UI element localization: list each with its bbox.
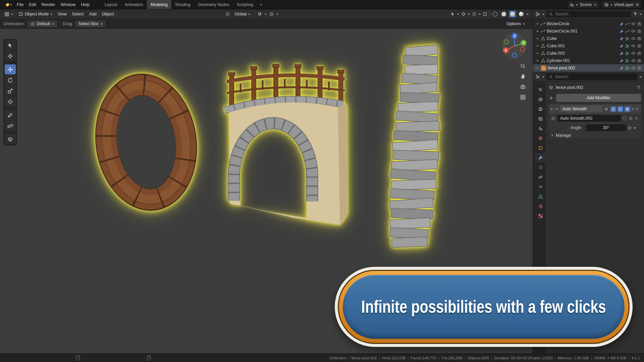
- blender-logo[interactable]: [3, 0, 14, 9]
- ortho-grid-icon[interactable]: [520, 94, 526, 100]
- add-workspace-button[interactable]: +: [257, 0, 265, 9]
- menu-object[interactable]: Object: [100, 11, 116, 17]
- outliner-row-cube-002[interactable]: Cube.002: [533, 50, 644, 57]
- tab-scene[interactable]: [535, 124, 546, 133]
- tab-modifiers[interactable]: [535, 153, 546, 162]
- menu-file[interactable]: File: [14, 0, 26, 9]
- outliner-row-cylinder-001[interactable]: Cylinder.001: [533, 57, 644, 64]
- modifier-wrench-icon[interactable]: [620, 22, 624, 26]
- properties-options-caret-icon[interactable]: [640, 76, 642, 79]
- editor-type-button[interactable]: [2, 11, 15, 17]
- object-stone-stack[interactable]: [389, 45, 439, 248]
- outliner-search[interactable]: [546, 11, 631, 17]
- node-group-field[interactable]: Auto Smooth.002: [557, 115, 621, 122]
- outliner-filter-icon[interactable]: [633, 12, 638, 16]
- workspace-tab-geometry-nodes[interactable]: Geometry Nodes: [194, 0, 233, 9]
- options-dropdown[interactable]: Options: [503, 20, 528, 27]
- shading-wireframe-button[interactable]: [492, 11, 498, 17]
- shading-caret-icon[interactable]: [527, 14, 529, 16]
- workspace-tab-shading[interactable]: Shading: [171, 0, 194, 9]
- render-camera-icon[interactable]: [637, 51, 642, 56]
- modifier-wrench-icon[interactable]: [620, 37, 624, 41]
- mode-dropdown[interactable]: Object Mode: [16, 11, 54, 17]
- modifier-wrench-icon[interactable]: [620, 66, 624, 70]
- modifier-expand-caret-icon[interactable]: [551, 109, 553, 111]
- outliner-editor-icon[interactable]: [535, 12, 540, 17]
- expand-icon[interactable]: [537, 38, 539, 40]
- expand-icon[interactable]: [537, 30, 539, 32]
- expand-icon[interactable]: [537, 60, 539, 62]
- properties-search-input[interactable]: [555, 74, 635, 79]
- pin-icon[interactable]: [636, 85, 641, 90]
- add-modifier-button[interactable]: Add Modifier: [556, 94, 641, 102]
- data-icon[interactable]: [625, 29, 630, 34]
- data-icon[interactable]: [625, 66, 630, 70]
- object-wood-ring[interactable]: [87, 67, 206, 218]
- tool-cursor[interactable]: [5, 51, 16, 61]
- hide-eye-icon[interactable]: [631, 29, 636, 34]
- outliner-filter-caret-icon[interactable]: [640, 14, 642, 16]
- workspace-tab-animation[interactable]: Animation: [121, 0, 147, 9]
- expand-icon[interactable]: [537, 67, 539, 69]
- render-camera-icon[interactable]: [637, 36, 642, 41]
- tool-rotate[interactable]: [5, 75, 16, 85]
- tab-tool[interactable]: [535, 85, 546, 94]
- proportional-editing-icon[interactable]: [269, 12, 274, 17]
- properties-editor-caret-icon[interactable]: [542, 76, 544, 79]
- xray-toggle-icon[interactable]: [483, 12, 487, 16]
- snap-caret-icon[interactable]: [265, 14, 267, 16]
- workspace-tab-modeling[interactable]: Modeling: [147, 0, 171, 9]
- transform-pivot-icon[interactable]: [225, 12, 230, 16]
- overlays-caret-icon[interactable]: [479, 14, 481, 16]
- workspace-tab-scripting[interactable]: Scripting: [233, 0, 257, 9]
- render-camera-icon[interactable]: [637, 44, 642, 48]
- render-camera-icon[interactable]: [637, 21, 642, 26]
- shading-solid-button[interactable]: [500, 11, 507, 17]
- tool-scale[interactable]: [5, 86, 16, 96]
- viewlayer-selector[interactable]: ViewLayer: [602, 1, 641, 8]
- modifier-panel-header[interactable]: [549, 104, 641, 114]
- manage-section[interactable]: Manage: [549, 132, 641, 138]
- scene-selector[interactable]: Scene: [568, 1, 599, 8]
- outliner-row-cube-001[interactable]: Cube.001: [533, 42, 644, 50]
- modifier-name-field[interactable]: [560, 106, 602, 112]
- copy-icon[interactable]: [629, 116, 633, 121]
- render-camera-icon[interactable]: [637, 66, 642, 70]
- menu-help[interactable]: Help: [78, 0, 92, 9]
- tab-constraints[interactable]: [535, 182, 546, 191]
- hide-eye-icon[interactable]: [631, 51, 636, 56]
- modifier-camera-toggle[interactable]: [625, 106, 630, 112]
- gizmo-caret-icon[interactable]: [468, 14, 470, 16]
- tab-render[interactable]: [535, 95, 546, 104]
- data-icon[interactable]: [625, 59, 630, 63]
- tool-move[interactable]: [5, 64, 16, 74]
- modifier-close-icon[interactable]: [635, 107, 639, 111]
- outliner-search-input[interactable]: [555, 12, 629, 16]
- workspace-tab-layout[interactable]: Layout: [101, 0, 121, 9]
- modifier-extras-caret-icon[interactable]: [632, 109, 634, 111]
- expand-icon[interactable]: [537, 23, 539, 25]
- proportional-caret-icon[interactable]: [276, 14, 278, 16]
- menu-add[interactable]: Add: [87, 11, 99, 17]
- tab-world[interactable]: [535, 134, 546, 142]
- outliner-editor-caret-icon[interactable]: [542, 14, 544, 16]
- modifier-wrench-icon[interactable]: [620, 29, 624, 34]
- outliner-row-beziercircle[interactable]: BézierCircle: [533, 20, 644, 27]
- render-camera-icon[interactable]: [637, 58, 642, 63]
- shading-material-button[interactable]: [509, 11, 516, 17]
- tool-annotate[interactable]: [5, 110, 16, 120]
- hide-eye-icon[interactable]: [631, 21, 636, 26]
- data-icon[interactable]: [625, 44, 630, 48]
- modifier-wrench-icon[interactable]: [620, 59, 624, 63]
- shading-rendered-button[interactable]: [518, 11, 525, 17]
- outliner-row-fence-post-002[interactable]: fence post.002: [533, 64, 644, 72]
- menu-window[interactable]: Window: [58, 0, 78, 9]
- tab-material[interactable]: [535, 202, 546, 210]
- animate-dot-icon[interactable]: [634, 127, 636, 129]
- render-camera-icon[interactable]: [637, 29, 642, 34]
- fake-user-shield-icon[interactable]: [623, 116, 627, 121]
- scene-unlink-icon[interactable]: [593, 3, 597, 7]
- tab-view-layer[interactable]: [535, 114, 546, 123]
- tool-transform[interactable]: [5, 97, 16, 107]
- hide-eye-icon[interactable]: [631, 58, 636, 63]
